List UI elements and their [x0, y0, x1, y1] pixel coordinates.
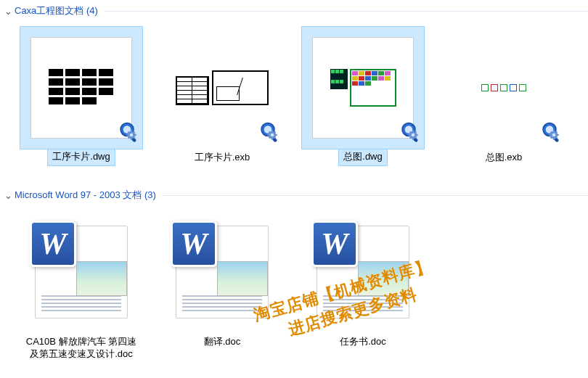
file-item[interactable]: W CA10B 解放牌汽车 第四速及第五速变速叉设计.doc: [13, 209, 150, 365]
group-items-word: W CA10B 解放牌汽车 第四速及第五速变速叉设计.doc W 翻译.doc …: [0, 208, 588, 378]
word-doc-icon: W: [176, 226, 269, 319]
svg-line-48: [551, 132, 552, 133]
magnifier-gear-icon: [116, 120, 142, 146]
file-label: CA10B 解放牌汽车 第四速及第五速变速叉设计.doc: [17, 334, 145, 363]
group-items-caxa: 工序卡片.dwg 工序卡片.exb: [0, 23, 588, 184]
file-label: 工序卡片.dwg: [47, 149, 115, 166]
svg-line-38: [415, 132, 417, 133]
svg-line-10: [134, 137, 135, 139]
file-item[interactable]: 工序卡片.exb: [154, 25, 290, 168]
file-thumbnail: W: [20, 210, 143, 334]
file-thumbnail: [301, 26, 425, 149]
svg-line-12: [134, 132, 135, 133]
svg-point-4: [130, 133, 134, 137]
file-item[interactable]: W 任务书.doc: [295, 209, 431, 365]
svg-line-11: [128, 137, 130, 139]
svg-line-36: [415, 137, 417, 139]
magnifier-gear-icon: [539, 120, 565, 146]
file-label: 总图.exb: [481, 149, 528, 167]
svg-line-50: [551, 137, 552, 139]
svg-line-51: [556, 132, 558, 133]
chevron-down-icon: ⌄: [4, 190, 15, 201]
svg-line-24: [269, 137, 271, 139]
file-thumbnail: W: [160, 210, 284, 334]
file-label: 总图.dwg: [338, 149, 387, 166]
group-title: Caxa工程图文档 (4): [15, 4, 98, 17]
magnifier-gear-icon: [398, 120, 424, 146]
svg-line-35: [410, 132, 412, 133]
word-doc-icon: W: [35, 226, 128, 319]
svg-line-23: [274, 137, 276, 139]
file-label: 工序卡片.exb: [189, 149, 256, 167]
svg-line-22: [269, 132, 271, 133]
svg-point-17: [271, 133, 274, 137]
group-header-caxa[interactable]: ⌄ Caxa工程图文档 (4): [0, 0, 588, 23]
file-item[interactable]: 总图.exb: [436, 25, 572, 168]
svg-line-37: [410, 137, 412, 139]
svg-line-49: [556, 137, 558, 139]
group-divider: [162, 195, 588, 196]
file-thumbnail: [442, 26, 565, 149]
word-doc-icon: W: [317, 226, 409, 319]
file-thumbnail: W: [301, 210, 425, 334]
group-header-word[interactable]: ⌄ Microsoft Word 97 - 2003 文档 (3): [0, 184, 588, 208]
svg-point-30: [412, 133, 415, 137]
file-label: 任务书.doc: [335, 334, 391, 351]
magnifier-gear-icon: [257, 120, 283, 146]
svg-point-43: [552, 133, 556, 137]
file-item[interactable]: 工序卡片.dwg: [13, 25, 150, 168]
chevron-down-icon: ⌄: [4, 6, 15, 17]
svg-line-25: [274, 132, 276, 133]
file-thumbnail: [20, 26, 143, 149]
group-divider: [104, 11, 588, 12]
file-item[interactable]: 总图.dwg: [295, 25, 431, 168]
group-title: Microsoft Word 97 - 2003 文档 (3): [15, 189, 156, 202]
file-thumbnail: [160, 26, 284, 149]
svg-line-9: [128, 132, 130, 133]
file-label: 翻译.doc: [199, 334, 246, 351]
file-item[interactable]: W 翻译.doc: [154, 209, 290, 365]
